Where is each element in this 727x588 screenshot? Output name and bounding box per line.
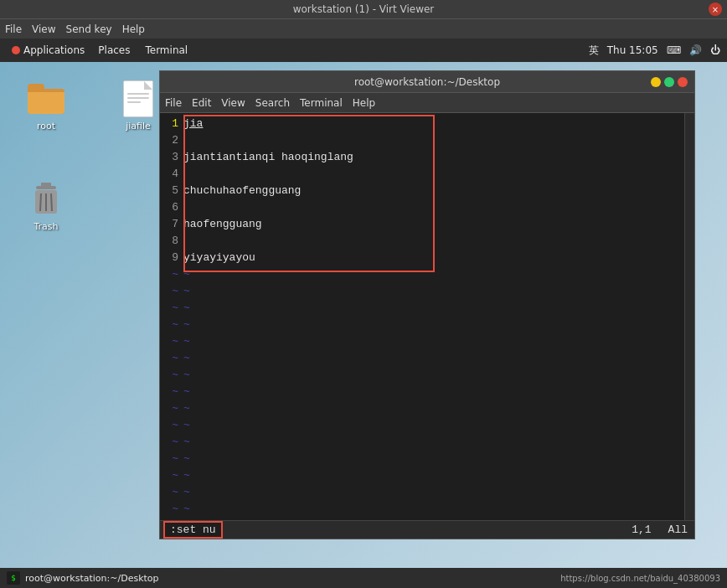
vim-line-numbers: 1 2 3 4 5 6 7 8 9 ~ ~ ~ ~ ~ <box>160 113 183 520</box>
virt-menubar: File View Send key Help <box>0 18 727 39</box>
terminal-close-btn[interactable] <box>678 77 688 87</box>
vim-tilde-line-12: ~ <box>183 450 684 467</box>
vim-line-2 <box>183 132 684 148</box>
term-menu-view[interactable]: View <box>221 97 245 109</box>
vim-linenum-5: 5 <box>160 182 183 199</box>
vim-linenum-tilde-1: ~ <box>160 266 183 282</box>
jiafile-label: jiafile <box>126 121 151 132</box>
clock: Thu 15:05 <box>607 44 658 56</box>
vim-cursor-position: 1,1 <box>632 524 651 536</box>
keyboard-icon: ⌨ <box>667 44 681 56</box>
vim-linenum-tilde-9: ~ <box>160 400 183 416</box>
terminal-taskbar-icon: $ <box>7 571 20 585</box>
root-folder-label: root <box>37 121 55 132</box>
term-menu-help[interactable]: Help <box>353 97 375 109</box>
vim-line-4 <box>183 165 684 182</box>
url-hint: https://blog.csdn.net/baidu_40380093 <box>560 574 720 583</box>
vim-command-display: :set nu <box>163 521 223 539</box>
virt-menu-file[interactable]: File <box>5 23 22 35</box>
vim-tilde-line-5: ~ <box>183 333 684 349</box>
terminal-taskbar-label: root@workstation:~/Desktop <box>25 573 159 584</box>
term-menu-terminal[interactable]: Terminal <box>300 97 343 109</box>
desktop: root jiafile <box>0 62 727 568</box>
vim-linenum-4: 4 <box>160 165 183 182</box>
trash-icon[interactable]: Trash <box>17 179 75 232</box>
vim-line-1: jia <box>183 115 684 132</box>
vim-linenum-tilde-7: ~ <box>160 366 183 383</box>
vim-main-area: 1 2 3 4 5 6 7 8 9 ~ ~ ~ ~ ~ <box>160 113 694 520</box>
term-menu-search[interactable]: Search <box>255 97 290 109</box>
vim-linenum-tilde-10: ~ <box>160 416 183 433</box>
vim-linenum-8: 8 <box>160 232 183 249</box>
vim-statusbar: :set nu 1,1 All <box>160 520 694 539</box>
terminal-content: 西部开源 1 2 3 4 5 6 7 8 9 ~ <box>160 113 694 539</box>
bottom-taskbar: $ root@workstation:~/Desktop https://blo… <box>0 568 727 588</box>
vim-tilde-line-16: ~ <box>183 517 684 520</box>
volume-icon[interactable]: 🔊 <box>689 44 702 56</box>
vim-linenum-tilde-2: ~ <box>160 282 183 299</box>
terminal-window: root@workstation:~/Desktop File Edit Vie… <box>159 70 695 539</box>
vim-linenum-tilde-6: ~ <box>160 349 183 366</box>
app-menu-dot <box>12 46 20 54</box>
power-icon[interactable]: ⏻ <box>710 44 720 56</box>
vim-linenum-tilde-8: ~ <box>160 383 183 400</box>
terminal-maximize-btn[interactable] <box>664 77 674 87</box>
vim-tilde-line-4: ~ <box>183 316 684 333</box>
vim-editor[interactable]: 1 2 3 4 5 6 7 8 9 ~ ~ ~ ~ ~ <box>160 113 694 539</box>
vim-line-9: yiyayiyayou <box>183 249 684 266</box>
vim-line-6 <box>183 199 684 215</box>
vim-linenum-tilde-12: ~ <box>160 450 183 467</box>
vim-linenum-1: 1 <box>160 115 183 132</box>
vim-linenum-tilde-11: ~ <box>160 433 183 450</box>
svg-line-3 <box>40 193 41 211</box>
vim-linenum-2: 2 <box>160 132 183 148</box>
vim-tilde-line-3: ~ <box>183 299 684 316</box>
places-menu[interactable]: Places <box>91 43 137 58</box>
applications-menu[interactable]: Applications <box>7 43 90 58</box>
virt-titlebar: workstation (1) - Virt Viewer × <box>0 0 727 18</box>
vim-tilde-line-14: ~ <box>183 483 684 500</box>
virt-title: workstation (1) - Virt Viewer <box>293 3 435 15</box>
svg-rect-1 <box>41 183 51 187</box>
vim-tilde-line-1: ~ <box>183 266 684 282</box>
vim-tilde-line-11: ~ <box>183 433 684 450</box>
vim-text-area[interactable]: jia jiantiantianqi haoqinglang chuchuhao… <box>183 113 684 520</box>
term-menu-edit[interactable]: Edit <box>192 97 211 109</box>
vim-scroll-position: All <box>668 524 688 536</box>
vim-line-8 <box>183 232 684 249</box>
trash-label: Trash <box>34 221 58 232</box>
vim-tilde-line-13: ~ <box>183 467 684 483</box>
vim-linenum-7: 7 <box>160 215 183 232</box>
vim-linenum-tilde-5: ~ <box>160 333 183 349</box>
vim-linenum-tilde-3: ~ <box>160 299 183 316</box>
vim-tilde-line-6: ~ <box>183 349 684 366</box>
terminal-taskbar-item[interactable]: $ root@workstation:~/Desktop <box>7 571 159 585</box>
terminal-title: root@workstation:~/Desktop <box>354 76 500 88</box>
vim-line-5: chuchuhaofengguang <box>183 182 684 199</box>
lang-indicator: 英 <box>589 44 599 58</box>
virt-menu-help[interactable]: Help <box>122 23 145 35</box>
vim-tilde-line-9: ~ <box>183 400 684 416</box>
terminal-menubar: File Edit View Search Terminal Help <box>160 93 694 113</box>
svg-line-5 <box>51 193 52 211</box>
vim-linenum-3: 3 <box>160 148 183 165</box>
vim-linenum-9: 9 <box>160 249 183 266</box>
vim-linenum-tilde-14: ~ <box>160 483 183 500</box>
vim-tilde-line-8: ~ <box>183 383 684 400</box>
terminal-titlebar: root@workstation:~/Desktop <box>160 71 694 93</box>
term-menu-file[interactable]: File <box>165 97 182 109</box>
virt-menu-sendkey[interactable]: Send key <box>66 23 112 35</box>
root-folder-icon[interactable]: root <box>17 79 75 132</box>
vim-line-7: haofengguang <box>183 215 684 232</box>
vim-scrollbar[interactable] <box>684 113 694 520</box>
virt-menu-view[interactable]: View <box>32 23 55 35</box>
gnome-panel: Applications Places Terminal 英 Thu 15:05… <box>0 39 727 62</box>
vim-tilde-line-7: ~ <box>183 366 684 383</box>
vim-line-3: jiantiantianqi haoqinglang <box>183 148 684 165</box>
vim-linenum-tilde-13: ~ <box>160 467 183 483</box>
vim-linenum-6: 6 <box>160 199 183 215</box>
terminal-menu[interactable]: Terminal <box>138 43 194 58</box>
virt-close-btn[interactable]: × <box>709 3 722 16</box>
vim-linenum-tilde-15: ~ <box>160 500 183 517</box>
terminal-minimize-btn[interactable] <box>651 77 661 87</box>
